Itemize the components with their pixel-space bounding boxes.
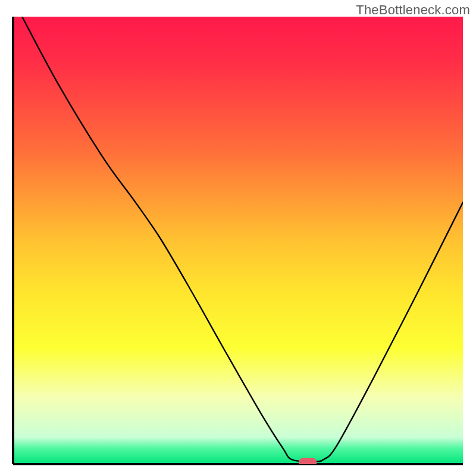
gradient-background (13, 17, 463, 464)
optimal-marker (299, 458, 317, 468)
chart-container: TheBottleneck.com (0, 0, 476, 476)
watermark-text: TheBottleneck.com (356, 2, 470, 18)
bottleneck-chart (0, 0, 476, 476)
